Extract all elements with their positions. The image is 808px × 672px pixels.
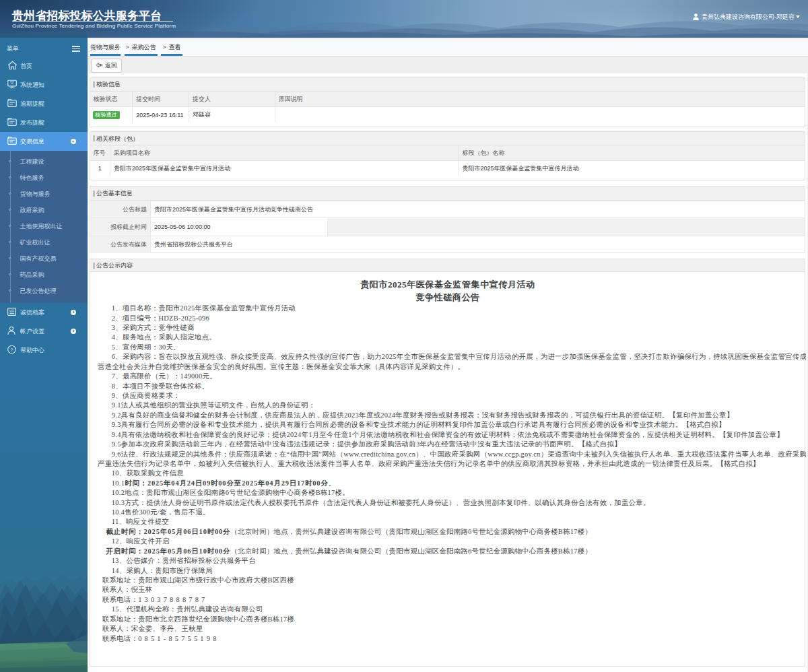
svg-text:?: ?	[10, 346, 13, 352]
